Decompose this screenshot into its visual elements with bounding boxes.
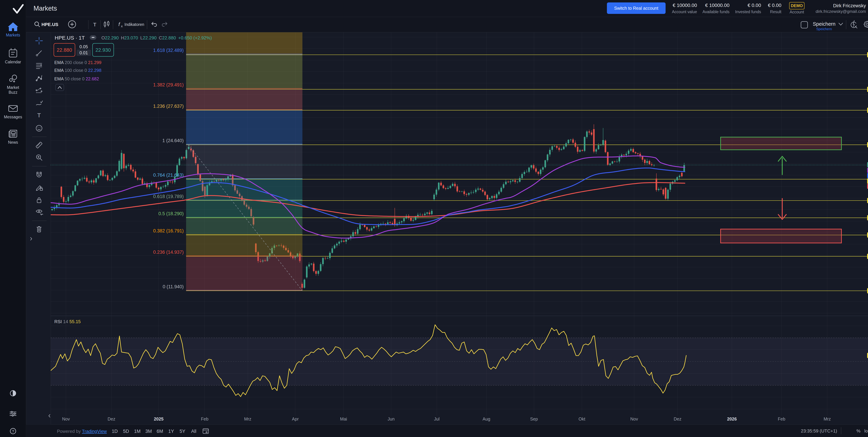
- svg-text:EMA 200 close 0 21.299: EMA 200 close 0 21.299: [54, 60, 101, 65]
- svg-text:€ 0.00: € 0.00: [768, 3, 781, 8]
- svg-text:RSI 14 55.15: RSI 14 55.15: [54, 319, 81, 324]
- svg-text:Available funds: Available funds: [702, 9, 730, 14]
- svg-text:2026: 2026: [727, 416, 737, 422]
- svg-text:T: T: [37, 112, 41, 119]
- svg-text:Apr: Apr: [292, 416, 299, 422]
- svg-text:6M: 6M: [157, 429, 163, 434]
- svg-text:Mrz: Mrz: [824, 416, 831, 422]
- svg-text:O22.290 H23.070 L22.290 C22.88: O22.290 H23.070 L22.290 C22.880 +0.650 (…: [101, 35, 212, 40]
- svg-text:1.618 (32.489): 1.618 (32.489): [153, 48, 184, 53]
- svg-text:1Y: 1Y: [168, 429, 174, 434]
- svg-text:Feb: Feb: [778, 416, 785, 422]
- svg-text:0.236 (14.937): 0.236 (14.937): [153, 250, 184, 255]
- svg-text:0.618 (19.789): 0.618 (19.789): [153, 194, 184, 199]
- svg-text:5Y: 5Y: [180, 429, 185, 434]
- svg-text:€ 0.00: € 0.00: [747, 3, 761, 8]
- svg-text:Indikatoren: Indikatoren: [124, 22, 144, 27]
- svg-text:Mai: Mai: [340, 416, 347, 422]
- svg-text:0 (11.940): 0 (11.940): [163, 284, 184, 289]
- svg-text:€ 10000.00: € 10000.00: [673, 3, 697, 8]
- svg-text:0.764 (21.643): 0.764 (21.643): [153, 173, 184, 178]
- svg-text:Buzz: Buzz: [8, 90, 18, 95]
- svg-text:Calendar: Calendar: [5, 60, 21, 64]
- svg-text:Dez: Dez: [107, 416, 115, 422]
- svg-text:Okt: Okt: [579, 416, 585, 422]
- svg-text:Messages: Messages: [4, 115, 22, 119]
- svg-text:%: %: [856, 428, 860, 434]
- svg-text:log: log: [864, 428, 868, 434]
- svg-text:Feb: Feb: [201, 416, 208, 422]
- svg-text:Nov: Nov: [630, 416, 638, 422]
- svg-text:22.880: 22.880: [57, 47, 72, 53]
- svg-text:News: News: [8, 140, 18, 145]
- svg-text:0.382 (16.791): 0.382 (16.791): [153, 228, 184, 233]
- svg-text:2025: 2025: [154, 416, 163, 422]
- svg-text:1.236 (27.637): 1.236 (27.637): [153, 104, 184, 109]
- svg-text:Invested funds: Invested funds: [735, 9, 761, 14]
- svg-text:0.5 (18.290): 0.5 (18.290): [158, 211, 184, 216]
- svg-text:1.382 (29.491): 1.382 (29.491): [153, 82, 184, 88]
- svg-text:Speichern: Speichern: [813, 21, 836, 27]
- svg-text:All: All: [191, 429, 196, 434]
- svg-text:22.930: 22.930: [95, 47, 111, 53]
- svg-text:0.01: 0.01: [80, 50, 88, 55]
- svg-text:T: T: [93, 22, 96, 27]
- svg-text:EMA 100 close 0 22.298: EMA 100 close 0 22.298: [54, 68, 101, 73]
- svg-text:1 (24.640): 1 (24.640): [162, 138, 184, 143]
- svg-text:Markets: Markets: [33, 5, 57, 12]
- svg-text:3M: 3M: [145, 429, 152, 434]
- svg-text:Aug: Aug: [483, 416, 490, 422]
- svg-text:Speichern: Speichern: [816, 27, 832, 31]
- svg-text:Jun: Jun: [388, 416, 395, 422]
- svg-text:dirk.friczewsky@gmail.com: dirk.friczewsky@gmail.com: [815, 9, 866, 14]
- svg-text:5D: 5D: [123, 429, 129, 434]
- svg-text:DEMO: DEMO: [791, 3, 803, 8]
- svg-text:1M: 1M: [134, 429, 141, 434]
- svg-text:1D: 1D: [112, 429, 118, 434]
- svg-text:Market: Market: [7, 85, 19, 90]
- svg-text:Dirk Friczewsky: Dirk Friczewsky: [833, 3, 866, 8]
- svg-text:?: ?: [12, 429, 14, 434]
- svg-text:Powered by TradingView: Powered by TradingView: [57, 429, 107, 434]
- svg-text:0.05: 0.05: [80, 44, 88, 49]
- svg-text:EMA 50 close 0 22.682: EMA 50 close 0 22.682: [54, 76, 99, 81]
- svg-text:Markets: Markets: [6, 33, 20, 37]
- svg-text:HPE.US: HPE.US: [41, 22, 58, 27]
- svg-text:Switch to Real account: Switch to Real account: [614, 6, 658, 10]
- svg-text:23:35:59 (UTC+1): 23:35:59 (UTC+1): [801, 428, 837, 434]
- svg-text:HPE.US · 1T: HPE.US · 1T: [55, 35, 85, 41]
- svg-text:Account value: Account value: [672, 9, 697, 14]
- svg-text:Jul: Jul: [434, 416, 439, 422]
- svg-text:Result: Result: [770, 9, 781, 14]
- svg-text:Mrz: Mrz: [244, 416, 251, 422]
- svg-text:x: x: [121, 24, 123, 28]
- svg-text:€ 10000.00: € 10000.00: [705, 3, 730, 8]
- svg-text:Account: Account: [789, 10, 804, 14]
- svg-text:Nov: Nov: [62, 416, 70, 422]
- svg-text:Sep: Sep: [530, 416, 538, 422]
- svg-text:Dez: Dez: [674, 416, 681, 422]
